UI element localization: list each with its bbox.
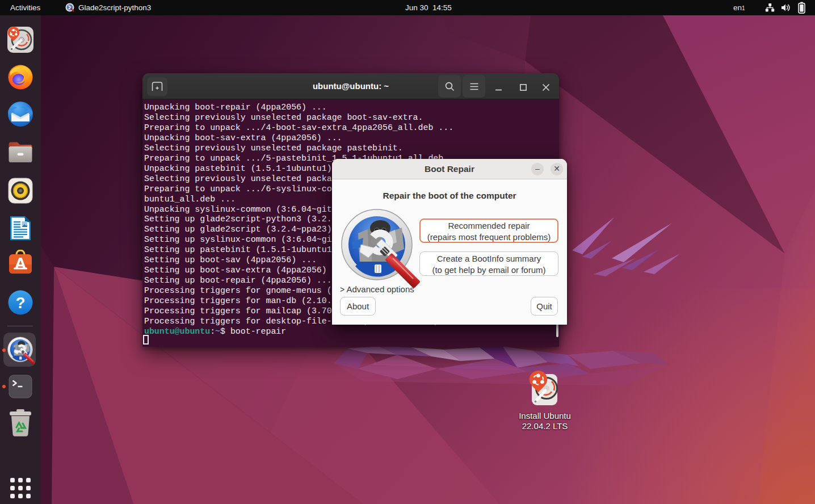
svg-text:?: ? bbox=[15, 294, 25, 312]
